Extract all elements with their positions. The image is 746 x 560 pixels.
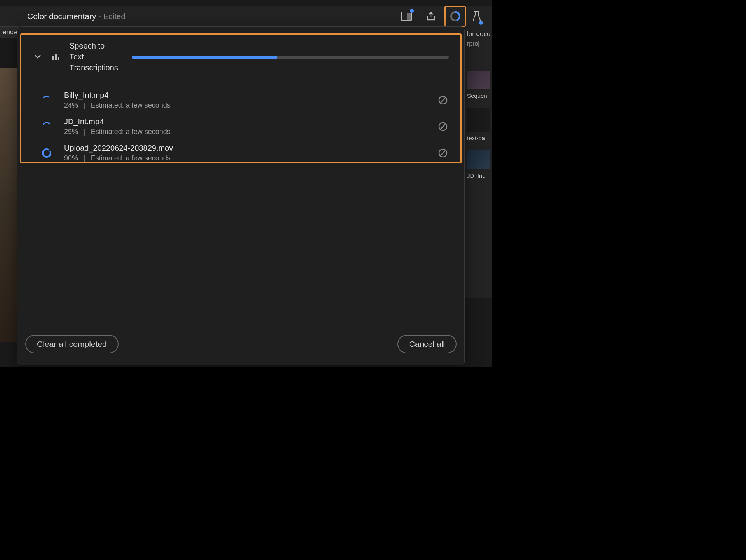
right-sub: rproj xyxy=(465,40,492,51)
spinner-icon xyxy=(41,121,52,132)
task-group-header: Speech to Text Transcriptions xyxy=(25,40,457,85)
notification-dot-icon xyxy=(479,21,483,25)
task-spinner xyxy=(41,147,52,159)
task-percent: 90% xyxy=(64,154,78,162)
share-button[interactable] xyxy=(420,6,441,27)
clear-completed-button[interactable]: Clear all completed xyxy=(25,335,119,353)
svg-line-12 xyxy=(441,151,445,155)
separator: | xyxy=(84,154,85,162)
thumbnail[interactable] xyxy=(467,108,490,132)
bar-chart-icon xyxy=(50,52,62,62)
thumbnail[interactable] xyxy=(467,150,490,169)
thumbnail[interactable] xyxy=(467,71,490,89)
svg-rect-5 xyxy=(55,54,57,60)
task-eta: Estimated: a few seconds xyxy=(91,101,171,110)
cancel-task-button[interactable] xyxy=(437,121,449,132)
task-spinner xyxy=(41,94,52,106)
task-filename: Upload_20220624-203829.mov xyxy=(64,144,425,153)
task-percent: 29% xyxy=(64,128,78,136)
progress-ring-icon xyxy=(450,10,461,22)
task-item: Billy_Int.mp4 24% | Estimated: a few sec… xyxy=(41,87,449,113)
spinner-icon xyxy=(41,95,52,106)
thumbnail-label: Sequen xyxy=(465,92,492,104)
thumbnail-label: JD_Int. xyxy=(465,172,492,184)
cancel-task-button[interactable] xyxy=(437,94,449,106)
task-item: JD_Int.mp4 29% | Estimated: a few second… xyxy=(41,113,449,140)
progress-panel: Speech to Text Transcriptions Billy_Int.… xyxy=(17,26,465,365)
thumbnail-label: text-ba xyxy=(465,135,492,146)
share-icon xyxy=(426,11,436,21)
separator: | xyxy=(84,101,85,110)
right-tab[interactable]: lor docu xyxy=(465,26,492,40)
task-status: 90% | Estimated: a few seconds xyxy=(64,154,425,162)
progress-button[interactable] xyxy=(444,6,466,27)
cancel-icon xyxy=(438,148,448,158)
task-item: Upload_20220624-203829.mov 90% | Estimat… xyxy=(41,140,449,166)
svg-rect-1 xyxy=(407,13,411,20)
svg-rect-4 xyxy=(52,56,54,60)
top-bar: Color documentary - Edited xyxy=(0,6,492,26)
background-preview xyxy=(0,68,19,342)
cancel-icon xyxy=(438,122,448,131)
svg-rect-6 xyxy=(58,57,59,60)
spinner-icon xyxy=(41,148,52,158)
workspace-icon-button[interactable] xyxy=(396,6,417,27)
edited-label: - Edited xyxy=(98,12,125,21)
task-spinner xyxy=(41,121,52,132)
svg-line-10 xyxy=(441,124,445,129)
task-list: Billy_Int.mp4 24% | Estimated: a few sec… xyxy=(41,87,449,166)
collapse-toggle[interactable] xyxy=(33,52,42,61)
task-percent: 24% xyxy=(64,101,78,110)
title-area: Color documentary - Edited xyxy=(27,12,125,21)
cancel-icon xyxy=(438,96,448,105)
overall-progress-bar xyxy=(132,56,449,59)
task-status: 24% | Estimated: a few seconds xyxy=(64,101,425,110)
notification-dot-icon xyxy=(410,9,414,13)
task-group-title: Speech to Text Transcriptions xyxy=(70,40,120,73)
project-title: Color documentary xyxy=(27,12,96,21)
task-filename: Billy_Int.mp4 xyxy=(64,91,425,100)
task-filename: JD_Int.mp4 xyxy=(64,117,425,126)
panel-icon xyxy=(401,12,412,21)
task-eta: Estimated: a few seconds xyxy=(91,154,171,162)
cancel-all-button[interactable]: Cancel all xyxy=(397,335,457,353)
right-sidebar: lor docu rproj Sequen text-ba JD_Int. xyxy=(465,26,492,298)
cancel-task-button[interactable] xyxy=(437,147,449,159)
overall-progress-fill xyxy=(132,56,277,59)
beaker-icon xyxy=(472,11,481,22)
transcription-group-icon xyxy=(50,52,62,62)
chevron-down-icon xyxy=(34,54,41,59)
background-tab[interactable]: ence 0 xyxy=(0,26,19,38)
task-eta: Estimated: a few seconds xyxy=(91,128,171,136)
labs-button[interactable] xyxy=(469,6,485,27)
task-status: 29% | Estimated: a few seconds xyxy=(64,128,425,136)
svg-line-8 xyxy=(441,98,445,103)
separator: | xyxy=(84,128,85,136)
